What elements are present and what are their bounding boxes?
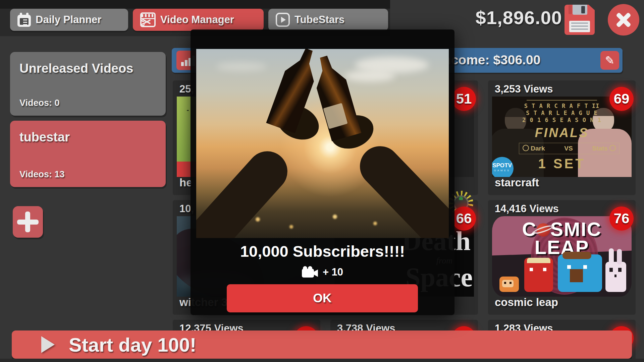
voxel-blue-character xyxy=(558,254,602,292)
tab-video-manager[interactable]: Video Manager xyxy=(133,9,264,31)
save-button[interactable] xyxy=(565,5,595,35)
unreleased-videos-title: Unreleased Videos xyxy=(10,52,166,76)
voxel-rabbit xyxy=(605,262,626,292)
bar-chart-icon xyxy=(181,62,184,66)
bottom-strip xyxy=(0,359,644,362)
score-badge: 51 xyxy=(452,87,476,111)
planet-icon xyxy=(537,223,550,237)
ok-button[interactable]: OK xyxy=(227,284,418,312)
reward-amount: + 10 xyxy=(323,266,343,278)
celebration-photo xyxy=(196,49,449,238)
thumb-text: S T A R C R A F T II xyxy=(519,103,605,110)
video-name: starcraft xyxy=(495,176,539,189)
video-name: cosmic leap xyxy=(495,296,558,309)
income-text: income: $306.00 xyxy=(439,53,540,67)
play-icon xyxy=(41,336,55,353)
unreleased-videos-count: Videos: 0 xyxy=(10,98,60,108)
tab-label: Video Manager xyxy=(160,14,234,26)
video-thumbnail: S T A R C R A F T II S T A R L E A G U E… xyxy=(492,97,632,177)
calendar-icon xyxy=(17,13,31,27)
voxel-red-character xyxy=(524,258,553,292)
channel-tubestar-panel[interactable]: tubestar Videos: 13 xyxy=(10,121,166,187)
tab-tubestars[interactable]: TubeStars xyxy=(268,9,388,31)
video-card-cosmic-leap[interactable]: 14,416 Views CSMIC LEAP cosmic leap 76 xyxy=(488,200,636,315)
close-button[interactable] xyxy=(608,4,639,36)
score-badge: 76 xyxy=(609,206,634,231)
video-thumbnail: CSMIC LEAP xyxy=(492,216,632,297)
pencil-icon: ✎ xyxy=(605,54,615,67)
channel-title: tubestar xyxy=(10,121,166,144)
film-scissors-icon xyxy=(140,12,156,27)
subscriber-milestone-modal: 10,000 Subscribers!!!! + 10 OK xyxy=(191,29,454,315)
tab-daily-planner[interactable]: Daily Planner xyxy=(10,9,128,31)
right-arm-silhouette xyxy=(352,138,449,238)
tab-label: Daily Planner xyxy=(36,14,101,26)
video-views: 3,253 Views xyxy=(495,83,553,95)
unreleased-videos-panel[interactable]: Unreleased Videos Videos: 0 xyxy=(10,52,166,116)
voxel-cat xyxy=(499,277,519,292)
video-views: 14,416 Views xyxy=(495,203,559,215)
tab-bar-top-strip xyxy=(0,0,390,9)
score-badge: 66 xyxy=(452,206,476,231)
video-camera-icon xyxy=(302,266,318,278)
play-box-icon xyxy=(276,13,290,27)
left-arm-silhouette xyxy=(196,143,296,238)
start-day-button[interactable]: Start day 100! xyxy=(12,330,632,359)
modal-title: 10,000 Subscribers!!!! xyxy=(191,242,454,260)
start-day-label: Start day 100! xyxy=(69,334,196,356)
modal-reward-row: + 10 xyxy=(191,266,454,278)
edit-income-button[interactable]: ✎ xyxy=(600,51,619,70)
money-balance: $1,896.00 xyxy=(476,7,562,28)
add-channel-button[interactable] xyxy=(13,206,43,238)
video-card-starcraft[interactable]: 3,253 Views S T A R C R A F T II S T A R… xyxy=(488,80,636,195)
channel-videos-count: Videos: 13 xyxy=(10,169,65,180)
score-badge: 69 xyxy=(609,87,634,111)
tab-label: TubeStars xyxy=(294,14,344,26)
